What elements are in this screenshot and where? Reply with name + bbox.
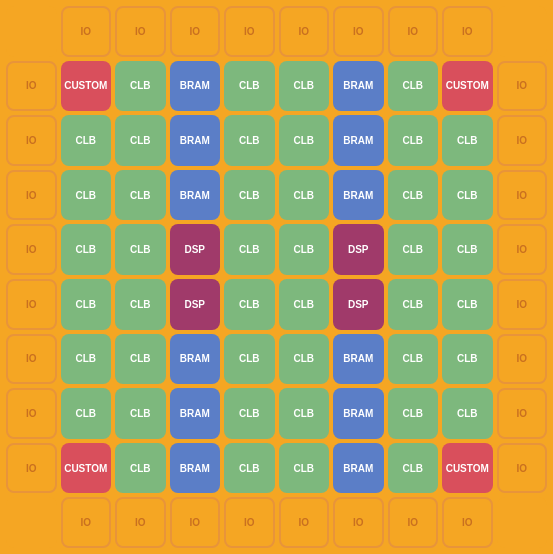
cell-0-1: IO	[61, 6, 112, 57]
cell-3-3: BRAM	[170, 170, 221, 221]
cell-8-5: CLB	[279, 443, 330, 494]
cell-label-8-1: CUSTOM	[64, 463, 107, 474]
cell-label-5-6: DSP	[348, 299, 369, 310]
cell-7-7: CLB	[388, 388, 439, 439]
cell-1-1: CUSTOM	[61, 61, 112, 112]
cell-8-0: IO	[6, 443, 57, 494]
cell-label-3-7: CLB	[402, 190, 423, 201]
cell-label-3-0: IO	[26, 190, 37, 201]
cell-8-1: CUSTOM	[61, 443, 112, 494]
cell-label-6-2: CLB	[130, 353, 151, 364]
cell-label-5-7: CLB	[402, 299, 423, 310]
cell-5-0: IO	[6, 279, 57, 330]
cell-label-1-8: CUSTOM	[446, 80, 489, 91]
cell-label-8-0: IO	[26, 463, 37, 474]
cell-label-7-1: CLB	[75, 408, 96, 419]
cell-4-2: CLB	[115, 224, 166, 275]
cell-label-5-9: IO	[516, 299, 527, 310]
cell-7-3: BRAM	[170, 388, 221, 439]
cell-label-0-6: IO	[353, 26, 364, 37]
cell-8-9: IO	[497, 443, 548, 494]
cell-label-6-4: CLB	[239, 353, 260, 364]
cell-2-6: BRAM	[333, 115, 384, 166]
cell-0-3: IO	[170, 6, 221, 57]
cell-8-7: CLB	[388, 443, 439, 494]
cell-label-7-9: IO	[516, 408, 527, 419]
cell-1-0: IO	[6, 61, 57, 112]
cell-label-5-2: CLB	[130, 299, 151, 310]
cell-5-4: CLB	[224, 279, 275, 330]
cell-2-2: CLB	[115, 115, 166, 166]
cell-6-7: CLB	[388, 334, 439, 385]
cell-3-4: CLB	[224, 170, 275, 221]
cell-label-3-4: CLB	[239, 190, 260, 201]
cell-label-3-3: BRAM	[180, 190, 210, 201]
cell-label-7-8: CLB	[457, 408, 478, 419]
cell-label-1-5: CLB	[293, 80, 314, 91]
cell-label-4-6: DSP	[348, 244, 369, 255]
cell-label-4-9: IO	[516, 244, 527, 255]
cell-label-6-8: CLB	[457, 353, 478, 364]
cell-label-0-4: IO	[244, 26, 255, 37]
cell-label-2-2: CLB	[130, 135, 151, 146]
cell-3-2: CLB	[115, 170, 166, 221]
cell-label-4-5: CLB	[293, 244, 314, 255]
cell-7-8: CLB	[442, 388, 493, 439]
cell-label-1-1: CUSTOM	[64, 80, 107, 91]
cell-label-8-8: CUSTOM	[446, 463, 489, 474]
cell-6-6: BRAM	[333, 334, 384, 385]
cell-9-3: IO	[170, 497, 221, 548]
cell-2-1: CLB	[61, 115, 112, 166]
cell-label-0-5: IO	[298, 26, 309, 37]
cell-3-9: IO	[497, 170, 548, 221]
cell-1-6: BRAM	[333, 61, 384, 112]
cell-label-9-5: IO	[298, 517, 309, 528]
cell-label-6-3: BRAM	[180, 353, 210, 364]
cell-label-7-5: CLB	[293, 408, 314, 419]
cell-9-6: IO	[333, 497, 384, 548]
cell-7-9: IO	[497, 388, 548, 439]
cell-label-5-3: DSP	[184, 299, 205, 310]
cell-label-2-3: BRAM	[180, 135, 210, 146]
cell-6-2: CLB	[115, 334, 166, 385]
cell-label-7-0: IO	[26, 408, 37, 419]
cell-label-5-1: CLB	[75, 299, 96, 310]
cell-label-2-1: CLB	[75, 135, 96, 146]
cell-label-9-4: IO	[244, 517, 255, 528]
cell-3-6: BRAM	[333, 170, 384, 221]
cell-4-0: IO	[6, 224, 57, 275]
cell-4-6: DSP	[333, 224, 384, 275]
cell-6-1: CLB	[61, 334, 112, 385]
cell-label-3-2: CLB	[130, 190, 151, 201]
cell-label-9-6: IO	[353, 517, 364, 528]
cell-9-5: IO	[279, 497, 330, 548]
cell-0-6: IO	[333, 6, 384, 57]
cell-0-0	[6, 6, 57, 57]
cell-0-7: IO	[388, 6, 439, 57]
cell-2-5: CLB	[279, 115, 330, 166]
cell-label-0-1: IO	[80, 26, 91, 37]
cell-5-6: DSP	[333, 279, 384, 330]
cell-3-7: CLB	[388, 170, 439, 221]
cell-label-4-2: CLB	[130, 244, 151, 255]
cell-0-9	[497, 6, 548, 57]
cell-5-8: CLB	[442, 279, 493, 330]
cell-9-9	[497, 497, 548, 548]
cell-label-9-8: IO	[462, 517, 473, 528]
cell-label-5-4: CLB	[239, 299, 260, 310]
cell-1-5: CLB	[279, 61, 330, 112]
cell-4-7: CLB	[388, 224, 439, 275]
cell-label-7-7: CLB	[402, 408, 423, 419]
cell-3-5: CLB	[279, 170, 330, 221]
cell-label-7-3: BRAM	[180, 408, 210, 419]
cell-label-7-4: CLB	[239, 408, 260, 419]
cell-label-8-6: BRAM	[343, 463, 373, 474]
cell-label-1-4: CLB	[239, 80, 260, 91]
cell-2-9: IO	[497, 115, 548, 166]
cell-label-9-3: IO	[189, 517, 200, 528]
cell-6-9: IO	[497, 334, 548, 385]
cell-0-4: IO	[224, 6, 275, 57]
cell-5-2: CLB	[115, 279, 166, 330]
cell-label-4-0: IO	[26, 244, 37, 255]
cell-9-8: IO	[442, 497, 493, 548]
